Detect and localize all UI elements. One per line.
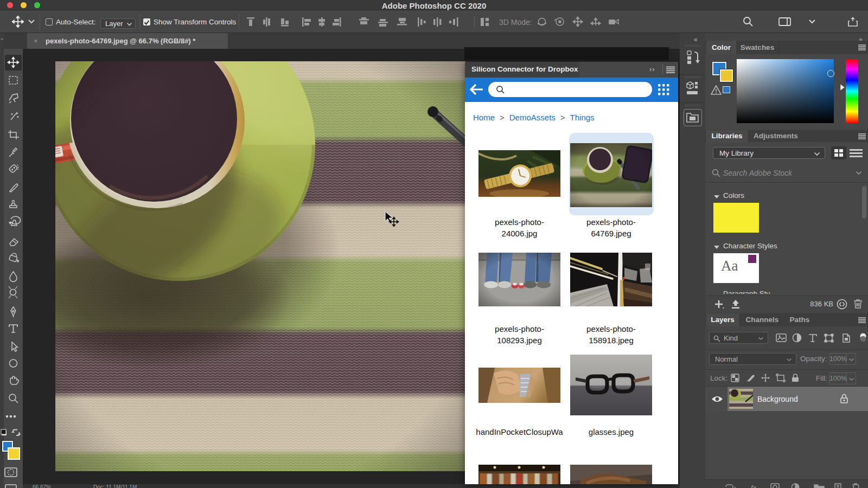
svg-text:fx: fx <box>751 484 757 488</box>
